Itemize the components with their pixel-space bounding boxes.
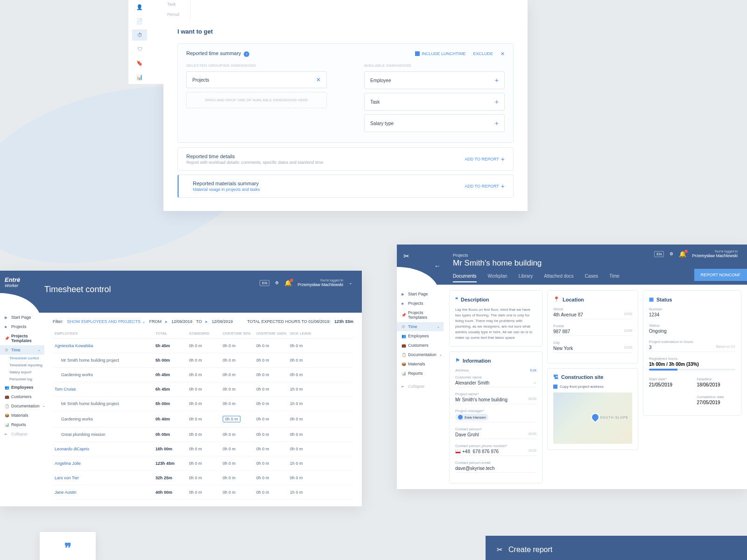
table-row[interactable]: Mr Smith home building project5h 00m0h 0… [53, 397, 353, 411]
table-row[interactable]: Leonardo diCaprio16h 00m0h 0 m0h 0 m0h 0… [53, 442, 353, 456]
nav-projects[interactable]: ■Projects [0, 322, 44, 331]
logo-icon[interactable]: ✂ [403, 252, 409, 260]
nav-documentation[interactable]: 📋Documentation⌄ [397, 350, 444, 359]
create-report-title: Create report [508, 546, 552, 554]
add-icon[interactable]: + [495, 98, 499, 105]
tab-attached[interactable]: Attached docs [544, 273, 573, 282]
add-icon[interactable]: + [495, 77, 499, 84]
bell-icon[interactable]: 🔔 [284, 280, 292, 287]
lang-toggle[interactable]: EN [654, 251, 664, 257]
tab-library[interactable]: Library [519, 273, 533, 282]
selected-dim-chip[interactable]: Projects✕ [186, 71, 327, 88]
copy-address-checkbox[interactable]: Copy from project address [553, 385, 632, 389]
logo[interactable]: EntréWorker [5, 276, 20, 288]
edit-link[interactable]: Edit [530, 368, 536, 372]
add-to-report-button[interactable]: ADD TO REPORT+ [465, 182, 505, 190]
nav-sub-personnel[interactable]: Personnel log [0, 376, 44, 383]
include-lunch-checkbox[interactable]: INCLUDE LUNCHTIME [415, 51, 466, 56]
table-row[interactable]: Great plumbing mission0h 05m0h 0 m0h 0 m… [53, 427, 353, 442]
col-header: STANDARD [189, 331, 223, 336]
postal-field[interactable]: 987 88712/50 [553, 329, 632, 336]
nav-documentation[interactable]: 📋Documentation⌄ [0, 401, 44, 411]
timesheet-content: Filter: SHOW EMPLOYEES AND PROJECTS ⌄ FR… [44, 313, 362, 506]
customer-field[interactable]: Alexander Smith⌄ [455, 380, 536, 387]
tab-cases[interactable]: Cases [585, 273, 598, 282]
user-menu[interactable]: You're logged in Przemysław Machlewski [692, 249, 738, 259]
filter-show[interactable]: SHOW EMPLOYEES AND PROJECTS ⌄ [67, 319, 146, 324]
nav-templates[interactable]: 📌Projects Templates [0, 331, 44, 345]
email-field[interactable]: dave@skyrise.tech [455, 466, 536, 473]
nav-sub-salary[interactable]: Salary export [0, 369, 44, 376]
description-text: Lay the floors on first floor, mind that… [455, 307, 536, 341]
doc-icon[interactable]: 📄 [132, 15, 147, 27]
street-field[interactable]: 4th Avenue 8712/50 [553, 312, 632, 319]
nav-sub-control[interactable]: Timesheet control [0, 355, 44, 362]
available-dim-chip[interactable]: Employee+ [364, 71, 505, 89]
available-dim-chip[interactable]: Task+ [364, 93, 505, 111]
city-field[interactable]: New York12/50 [553, 346, 632, 353]
from-date[interactable]: 12/09/2019 [171, 319, 192, 324]
bookmark-icon[interactable]: 🔖 [132, 57, 147, 69]
add-icon[interactable]: + [495, 119, 499, 127]
user-icon[interactable]: 👤 [132, 1, 147, 13]
nav-materials[interactable]: 📦Materials [0, 411, 44, 420]
table-row[interactable]: Angelina Jolie123h 45m0h 0 m0h 0 m0h 0 m… [53, 456, 353, 471]
number-value: 1234 [649, 312, 735, 319]
nav-collapse[interactable]: ⇤Collapse [397, 382, 444, 391]
nav-start[interactable]: ▶Start Page [0, 313, 44, 322]
nav-collapse[interactable]: ⇤Collapse [0, 429, 44, 439]
table-row[interactable]: Gardening works0h 45m0h 0 m0h 0 m0h 0 m0… [53, 368, 353, 382]
tab-task[interactable]: Task [163, 0, 190, 10]
tab-workplan[interactable]: Workplan [488, 273, 507, 282]
map[interactable]: SOUTH SLOPE [553, 392, 632, 444]
nav-employees[interactable]: 👥Employees [0, 383, 44, 392]
bell-icon[interactable]: 🔔 [679, 251, 686, 258]
nav-start[interactable]: ▶Start Page [397, 289, 444, 299]
nav-employees[interactable]: 👥Employees [397, 331, 444, 341]
nav-customers[interactable]: 💼Customers [397, 341, 444, 350]
drop-zone[interactable]: DRAG AND DROP ONE OF AVAILABLE DIMENSION… [186, 92, 327, 108]
nav-materials[interactable]: 📦Materials [397, 359, 444, 369]
pm-field[interactable]: Ewa Hansen [455, 414, 536, 422]
back-icon[interactable]: ← [434, 262, 441, 270]
table-row[interactable]: Gardening works0h 40m0h 0 m0h 0 m0h 0 m0… [53, 411, 353, 427]
nav-projects[interactable]: ■Projects [397, 299, 444, 308]
table-row[interactable]: Lars von Tier32h 25m0h 0 m0h 0 m0h 0 m0h… [53, 471, 353, 485]
exclude-link[interactable]: EXCLUDE [473, 51, 493, 56]
add-to-report-button[interactable]: ADD TO REPORT+ [465, 155, 505, 163]
close-icon[interactable]: ✕ [500, 51, 505, 57]
to-date[interactable]: 12/09/2019 [211, 319, 233, 324]
chevron-down-icon[interactable]: ⌄ [349, 280, 352, 285]
nav-templates[interactable]: 📌Projects Templates [397, 308, 444, 322]
tab-documents[interactable]: Documents [453, 273, 477, 282]
available-dim-chip[interactable]: Salary type+ [364, 114, 505, 132]
remove-icon[interactable]: ✕ [316, 77, 321, 83]
nav-time[interactable]: ⏱Time⌄ [0, 345, 44, 355]
gear-icon[interactable]: ⚙ [669, 252, 673, 256]
chart-icon[interactable]: 📊 [132, 71, 147, 83]
user-menu[interactable]: You're logged in Przemysław Machlewski [297, 278, 343, 288]
table-row[interactable]: Jane Austin40h 00m0h 0 m0h 0 m0h 0 m1h 0… [53, 485, 353, 500]
table-row[interactable]: Mr Smith home building project5h 00m0h 0… [53, 353, 353, 368]
contact-field[interactable]: Dave Grohl20/50 [455, 432, 536, 439]
table-row[interactable]: Tom Cruise6h 45m0h 0 m0h 0 m0h 0 m1h 0 m [53, 382, 353, 397]
estimation-field[interactable]: 3Based on 1/1 [649, 345, 735, 352]
table-row[interactable]: Agnieszka Kowalska5h 45m0h 0 m0h 0 m0h 0… [53, 339, 353, 353]
phone-field[interactable]: +48 678 876 87615/15 [455, 449, 536, 456]
nav-time[interactable]: ⏱Time⌄ [397, 322, 444, 331]
nav-reports[interactable]: 📊Reports [397, 369, 444, 378]
shield-icon[interactable]: 🛡 [132, 43, 147, 55]
nav-customers[interactable]: 💼Customers [0, 392, 44, 401]
info-icon[interactable]: i [244, 51, 249, 57]
create-report-panel[interactable]: ✂ Create report [486, 536, 747, 560]
nav-sub-reporting[interactable]: Timesheet reporting [0, 362, 44, 369]
tab-time[interactable]: Time [609, 273, 620, 282]
report-nonconformity-button[interactable]: REPORT NONCONF [694, 269, 747, 281]
clock-icon[interactable]: ⏱ [132, 29, 147, 41]
nav-reports[interactable]: 📊Reports [0, 420, 44, 429]
project-name-field[interactable]: Mr Smith's home building20/50 [455, 397, 536, 404]
lang-toggle[interactable]: EN [260, 280, 269, 286]
tab-period[interactable]: Period [163, 10, 190, 21]
quote-card: ❞ [40, 532, 96, 560]
gear-icon[interactable]: ⚙ [275, 280, 279, 285]
